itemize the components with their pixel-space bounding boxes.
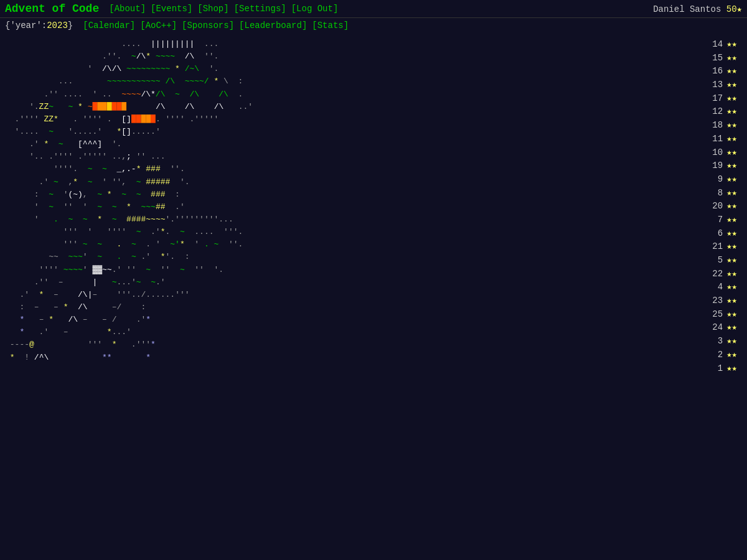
day-stars[interactable]: ★★ [726, 335, 737, 348]
day-row[interactable]: 7★★ [672, 213, 737, 227]
day-row[interactable]: 16★★ [672, 65, 737, 78]
day-stars[interactable]: ★★ [726, 348, 737, 362]
nav-stats[interactable]: [Stats] [312, 21, 349, 30]
day-stars[interactable]: ★★ [726, 52, 737, 65]
nav-calendar[interactable]: [Calendar] [83, 21, 135, 30]
day-stars[interactable]: ★★ [726, 213, 737, 227]
day-number[interactable]: 16 [708, 65, 723, 78]
day-row[interactable]: 2★★ [672, 348, 737, 362]
day-row[interactable]: 11★★ [672, 133, 737, 146]
day-row[interactable]: 6★★ [672, 227, 737, 241]
day-number[interactable]: 20 [708, 200, 723, 213]
day-row[interactable]: 18★★ [672, 119, 737, 133]
nav-settings[interactable]: [Settings] [234, 4, 286, 14]
day-row[interactable]: 15★★ [672, 52, 737, 65]
day-stars[interactable]: ★★ [726, 308, 737, 322]
day-number[interactable]: 11 [708, 133, 723, 146]
day-row[interactable]: 9★★ [672, 173, 737, 187]
day-row[interactable]: 5★★ [672, 254, 737, 268]
day-row[interactable]: 1★★ [672, 362, 737, 376]
day-row[interactable]: 23★★ [672, 294, 737, 308]
sub-header: {'year':2023} [Calendar] [AoC++] [Sponso… [0, 18, 747, 33]
user-name: Daniel Santos 50★ [653, 4, 742, 14]
day-row[interactable]: 19★★ [672, 159, 737, 173]
day-number[interactable]: 2 [708, 348, 723, 362]
day-row[interactable]: 24★★ [672, 321, 737, 335]
year-badge: {'year':2023} [5, 21, 73, 30]
day-row[interactable]: 22★★ [672, 268, 737, 281]
day-stars[interactable]: ★★ [726, 268, 737, 281]
user-stars: 50★ [726, 4, 742, 14]
day-stars[interactable]: ★★ [726, 187, 737, 200]
day-row[interactable]: 3★★ [672, 335, 737, 348]
day-stars[interactable]: ★★ [726, 65, 737, 78]
day-row[interactable]: 12★★ [672, 105, 737, 119]
day-number[interactable]: 10 [708, 146, 723, 160]
day-number[interactable]: 14 [708, 38, 723, 52]
day-stars[interactable]: ★★ [726, 92, 737, 106]
nav-events[interactable]: [Events] [151, 4, 192, 14]
day-stars[interactable]: ★★ [726, 281, 737, 294]
day-row[interactable]: 13★★ [672, 78, 737, 92]
day-row[interactable]: 20★★ [672, 200, 737, 213]
day-stars[interactable]: ★★ [726, 173, 737, 187]
day-stars[interactable]: ★★ [726, 362, 737, 376]
nav-about[interactable]: [About] [109, 4, 146, 14]
day-number[interactable]: 6 [708, 227, 723, 241]
day-number[interactable]: 5 [708, 254, 723, 268]
day-number[interactable]: 18 [708, 119, 723, 133]
day-row[interactable]: 10★★ [672, 146, 737, 160]
header: Advent of Code [About] [Events] [Shop] [… [0, 0, 747, 18]
day-stars[interactable]: ★★ [726, 159, 737, 173]
day-number[interactable]: 17 [708, 92, 723, 106]
day-row[interactable]: 21★★ [672, 240, 737, 254]
day-stars[interactable]: ★★ [726, 227, 737, 241]
day-number[interactable]: 1 [708, 362, 723, 376]
day-row[interactable]: 17★★ [672, 92, 737, 106]
day-number[interactable]: 12 [708, 105, 723, 119]
day-number[interactable]: 23 [708, 294, 723, 308]
day-stars[interactable]: ★★ [726, 321, 737, 335]
day-number[interactable]: 3 [708, 335, 723, 348]
day-number[interactable]: 9 [708, 173, 723, 187]
day-row[interactable]: 25★★ [672, 308, 737, 322]
day-row[interactable]: 4★★ [672, 281, 737, 294]
day-stars[interactable]: ★★ [726, 146, 737, 160]
day-number[interactable]: 15 [708, 52, 723, 65]
day-stars[interactable]: ★★ [726, 38, 737, 52]
day-stars[interactable]: ★★ [726, 133, 737, 146]
nav-aocpp[interactable]: [AoC++] [140, 21, 177, 30]
site-title: Advent of Code [5, 2, 99, 15]
nav-leaderboard[interactable]: [Leaderboard] [239, 21, 307, 30]
day-row[interactable]: 8★★ [672, 187, 737, 200]
day-number[interactable]: 8 [708, 187, 723, 200]
nav-sponsors[interactable]: [Sponsors] [182, 21, 234, 30]
day-stars[interactable]: ★★ [726, 254, 737, 268]
day-row[interactable]: 14★★ [672, 38, 737, 52]
day-number[interactable]: 19 [708, 159, 723, 173]
day-number[interactable]: 7 [708, 213, 723, 227]
day-stars[interactable]: ★★ [726, 240, 737, 254]
day-number[interactable]: 22 [708, 268, 723, 281]
day-number[interactable]: 4 [708, 281, 723, 294]
day-stars[interactable]: ★★ [726, 78, 737, 92]
calendar-days: 14★★ 15★★ 16★★ 13★★ 17★★ 12★★ 18★★ 11★★ … [672, 38, 747, 375]
main-content: .... ||||||||| ... .''. ~/\* ~~~~ /\ ''.… [0, 33, 747, 380]
day-number[interactable]: 25 [708, 308, 723, 322]
day-number[interactable]: 24 [708, 321, 723, 335]
ascii-art: .... ||||||||| ... .''. ~/\* ~~~~ /\ ''.… [0, 38, 672, 375]
nav-logout[interactable]: [Log Out] [291, 4, 339, 14]
nav-shop[interactable]: [Shop] [197, 4, 228, 14]
day-stars[interactable]: ★★ [726, 119, 737, 133]
day-stars[interactable]: ★★ [726, 105, 737, 119]
day-number[interactable]: 13 [708, 78, 723, 92]
day-number[interactable]: 21 [708, 240, 723, 254]
day-stars[interactable]: ★★ [726, 200, 737, 213]
day-stars[interactable]: ★★ [726, 294, 737, 308]
